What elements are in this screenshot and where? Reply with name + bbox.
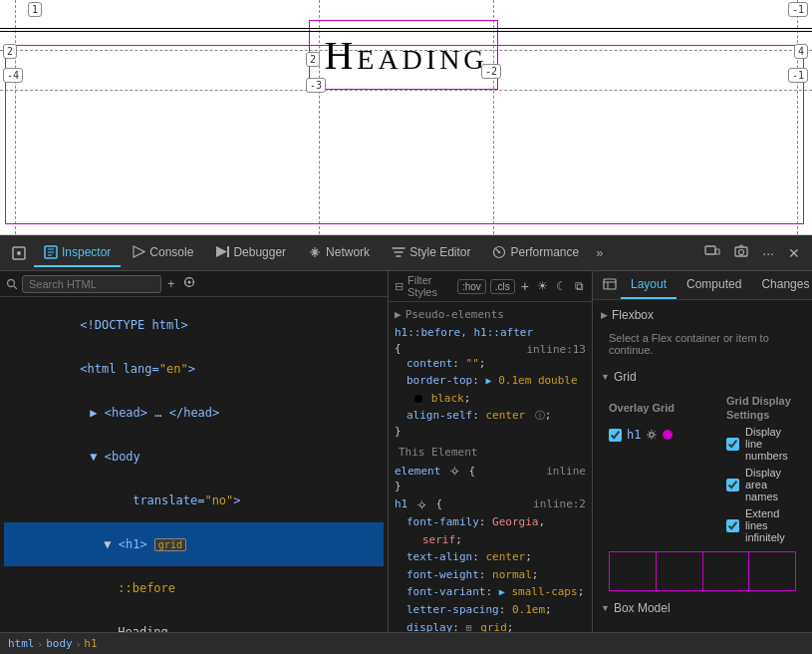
tab-console[interactable]: Console [123,239,203,267]
grid-col-4 [749,552,795,590]
html-line-h1[interactable]: ▼ <h1> grid [4,522,384,566]
line-numbers-checkbox[interactable] [726,438,739,451]
breadcrumb: html › body › h1 [0,632,812,654]
grid-label-neg1-r: -1 [788,68,808,83]
svg-point-1 [17,251,21,255]
css-this-element-section: This Element element { inline } [395,446,586,632]
overlay-grid-col-header: Overlay Grid [609,401,718,415]
tab-style-editor[interactable]: Style Editor [382,239,480,267]
css-prop-font-variant[interactable]: font-variant: ▶ small-caps; [395,583,586,601]
css-prop-border-top[interactable]: border-top: ▶ 0.1em double [395,372,586,390]
css-prop-font-family[interactable]: font-family: Georgia, [395,513,586,531]
pick-node-button[interactable] [181,274,197,293]
breadcrumb-html[interactable]: html [8,637,35,650]
html-line[interactable]: <!DOCTYPE html> [4,303,384,347]
layout-icon [603,278,617,290]
css-prop-align-self[interactable]: align-self: center ⓘ; [395,407,586,425]
html-line[interactable]: ▶ <head> … </head> [4,391,384,435]
grid-label-neg4: -4 [3,68,23,83]
css-prop-font-family-serif[interactable]: serif; [395,531,586,549]
flexbox-section: ▶ Flexbox Select a Flex container or ite… [601,308,804,360]
grid-label-2-c: 2 [306,52,320,67]
svg-point-7 [498,250,500,252]
more-tools-button[interactable]: » [591,241,608,264]
info-icon[interactable]: ⓘ [535,410,545,421]
html-panel: + <!DOCTYPE html> <html lang="en"> [0,271,389,632]
html-line[interactable]: translate="no"> [4,479,384,522]
gear-settings-icon[interactable] [646,429,658,441]
pseudo-section-label: Pseudo-elements [406,308,504,321]
pseudo-section-header[interactable]: ▶ Pseudo-elements [395,308,586,321]
responsive-design-button[interactable] [698,240,726,265]
tab-debugger[interactable]: Debugger [205,239,296,267]
css-prop-text-align[interactable]: text-align: center; [395,548,586,566]
filter-styles-icon: ⊟ [395,280,404,293]
pseudo-rule: h1::before, h1::after inline:13 { conten… [395,325,586,438]
tab-performance[interactable]: Performance [482,239,589,267]
grid-display-icon: ⊞ [466,622,472,632]
svg-rect-8 [705,246,715,254]
search-icon [6,278,18,290]
css-panel: ⊟ Filter Styles :hov .cls + ☀ ☾ ⧉ ▶ Pseu… [389,271,593,632]
preview-heading: Heading [0,28,812,79]
right-panel: Layout Computed Changes Fonts Animations… [593,271,812,632]
box-model-header[interactable]: ▼ Box Model [601,601,804,615]
grid-label-1: 1 [28,2,42,17]
screenshot-button[interactable] [728,240,754,265]
html-line[interactable]: ▼ <body [4,435,384,479]
light-theme-button[interactable]: ☀ [535,279,550,293]
grid-section-header[interactable]: ▼ Grid [601,370,804,384]
svg-point-16 [419,502,423,506]
pick-node-icon [183,276,195,288]
add-node-button[interactable]: + [165,274,177,293]
layout-box-icon-button[interactable] [599,272,621,298]
triangle-icon: ▶ [395,308,402,321]
breadcrumb-h1[interactable]: h1 [84,637,97,650]
grid-overlay-checkbox[interactable] [609,429,622,442]
css-prop-font-weight[interactable]: font-weight: normal; [395,566,586,584]
svg-point-18 [650,433,654,437]
dark-theme-button[interactable]: ☾ [554,279,569,293]
devtools-panel: Inspector Console Debugger Network [0,235,812,654]
css-prop-display[interactable]: display: ⊞ grid; [395,619,586,632]
css-pseudo-section: ▶ Pseudo-elements h1::before, h1::after … [395,308,586,438]
overflow-icon: ··· [762,245,774,261]
css-prop-border-top-color[interactable]: black; [395,390,586,408]
breadcrumb-body[interactable]: body [46,637,73,650]
html-search-bar: + [0,271,388,297]
expand-icon: ▶ [485,375,491,386]
this-element-header[interactable]: This Element [395,446,586,459]
grid-label-neg1-top: -1 [788,2,808,17]
extend-lines-checkbox[interactable] [726,519,739,532]
grid-overlay-control: h1 [609,426,718,442]
tab-network[interactable]: Network [298,239,380,267]
add-rule-button[interactable]: + [519,278,531,294]
html-line-before[interactable]: ::before [4,566,384,610]
h1-rule: h1 { inline:2 font-family: Georgia, [395,496,586,632]
responsive-icon [704,244,720,258]
area-names-checkbox[interactable] [726,479,739,491]
close-devtools-button[interactable]: ✕ [782,241,806,265]
hov-button[interactable]: :hov [457,279,486,294]
tab-computed[interactable]: Computed [677,271,751,299]
search-html-input[interactable] [22,275,161,293]
toolbar: Inspector Console Debugger Network [0,235,812,271]
svg-point-15 [452,470,456,474]
copy-styles-button[interactable]: ⧉ [573,279,586,293]
flexbox-section-header[interactable]: ▶ Flexbox [601,308,804,322]
tab-layout[interactable]: Layout [621,271,677,299]
css-prop-letter-spacing[interactable]: letter-spacing: 0.1em; [395,601,586,619]
overflow-button[interactable]: ··· [756,241,780,265]
grid-setting-area-names: Display area names [726,467,796,502]
h1-selector-line: h1 { inline:2 [395,496,586,513]
flexbox-triangle: ▶ [601,310,608,320]
cls-button[interactable]: .cls [490,279,515,294]
tab-inspector[interactable]: Inspector [34,239,121,267]
flexbox-label: Flexbox [612,308,654,322]
html-line[interactable]: <html lang="en"> [4,347,384,391]
tab-changes[interactable]: Changes [751,271,812,299]
grid-label-2-l: 2 [3,44,17,59]
html-line-text[interactable]: Heading [4,610,384,632]
expand-icon-2: ▶ [499,586,505,597]
pick-element-button[interactable] [6,241,32,265]
